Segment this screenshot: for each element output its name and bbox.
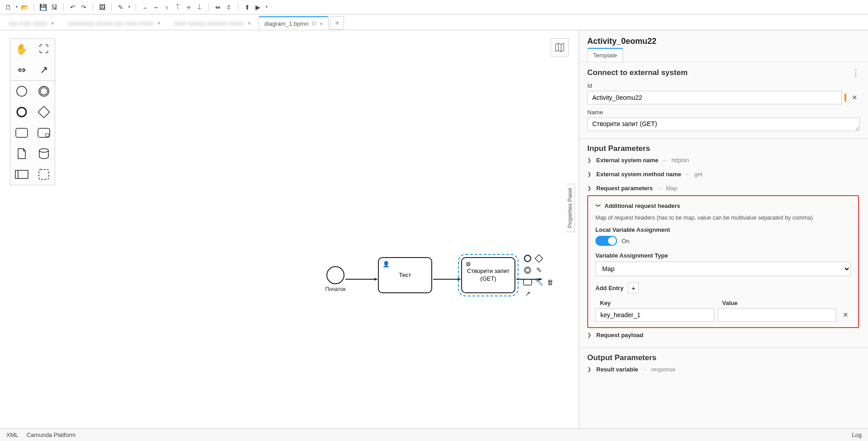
tab-inactive-2[interactable]: xxxxxxxxx xxxxxx xxx xxxx xxxxx× [62, 16, 167, 30]
save-icon[interactable]: 💾 [39, 3, 48, 12]
entry-value-input[interactable] [718, 308, 837, 322]
svg-point-17 [526, 268, 530, 272]
vat-select[interactable]: Map [595, 262, 851, 276]
properties-panel-toggle[interactable]: Properties Panel [566, 184, 575, 232]
redo-icon[interactable]: ↷ [79, 3, 88, 12]
col-key: Key [595, 300, 713, 306]
subprocess-icon[interactable] [33, 122, 55, 143]
lva-toggle[interactable] [595, 236, 617, 246]
minimap-toggle[interactable] [551, 38, 569, 56]
dist-v-icon[interactable]: ⇳ [224, 3, 233, 12]
lasso-tool-icon[interactable]: ⛶ [33, 39, 55, 60]
tab-inactive-1[interactable]: xxx xxxx xxxxx× [3, 16, 60, 30]
tab-inactive-3[interactable]: xxxx xxxxxx xxxxxxx xxxxx× [168, 16, 256, 30]
tab-template[interactable]: Template [587, 48, 623, 62]
headers-description: Map of request headers (has to be map, v… [595, 215, 851, 221]
vat-label: Variable Assignment Type [595, 252, 851, 259]
start-event-node[interactable]: Початок [326, 266, 344, 284]
save-all-icon[interactable]: 🖫 [50, 3, 59, 12]
param-request-parameters[interactable]: ❯ Request parameters ← Map [587, 181, 860, 195]
status-log[interactable]: Log [852, 432, 862, 438]
append-gateway-icon[interactable] [534, 253, 544, 263]
tab-active[interactable]: diagram_1.bpmn × [259, 16, 329, 30]
undo-icon[interactable]: ↶ [68, 3, 77, 12]
svg-rect-9 [15, 170, 28, 178]
param-external-method-name[interactable]: ❯ External system method name ← get [587, 167, 860, 181]
group-icon[interactable] [33, 164, 55, 185]
add-tab-button[interactable]: + [330, 16, 344, 30]
intermediate-event-icon[interactable] [33, 81, 55, 102]
task-node-request[interactable]: ⚙ Створити запит(GET) [461, 257, 515, 293]
gateway-icon[interactable] [33, 102, 55, 122]
end-event-icon[interactable] [10, 102, 33, 122]
task-node-test[interactable]: 👤 Тест [378, 257, 432, 293]
participant-icon[interactable] [10, 164, 33, 185]
align-right-icon[interactable]: ⫞ [162, 3, 171, 12]
hand-tool-icon[interactable]: ✋ [10, 39, 33, 60]
svg-rect-6 [38, 128, 50, 137]
svg-rect-4 [38, 106, 49, 117]
clear-id-button[interactable]: ✕ [849, 94, 860, 102]
connect-icon[interactable]: ↗ [523, 289, 533, 299]
add-entry-button[interactable]: + [628, 282, 639, 293]
close-icon[interactable]: × [51, 20, 54, 27]
add-entry-label: Add Entry [595, 285, 623, 291]
space-tool-icon[interactable]: ⇔ [10, 60, 33, 80]
content-area: ✋ ⛶ ⇔ ↗ Properties Panel Початок [0, 30, 868, 428]
chevron-right-icon: ❯ [587, 157, 593, 163]
arrow-left-icon: ← [662, 157, 668, 164]
param-additional-headers[interactable]: ❯ Additional request headers [595, 199, 851, 213]
open-icon[interactable]: 📂 [20, 3, 29, 12]
svg-point-3 [17, 108, 26, 117]
align-top-icon[interactable]: ⟙ [173, 3, 182, 12]
close-icon[interactable]: × [319, 20, 323, 27]
play-icon[interactable]: ▶ [254, 3, 263, 12]
svg-point-8 [39, 149, 48, 152]
section-connect: Connect to external system ⋮ Id ✕ Name С… [579, 62, 868, 138]
status-xml[interactable]: XML [6, 432, 19, 438]
close-icon[interactable]: × [157, 20, 161, 27]
status-platform[interactable]: Camunda Platform [27, 432, 75, 438]
upload-icon[interactable]: ⬆ [243, 3, 252, 12]
id-input[interactable] [587, 91, 842, 104]
svg-point-2 [40, 88, 47, 95]
align-center-icon[interactable]: ⫟ [151, 3, 160, 12]
remove-entry-button[interactable]: ✕ [840, 311, 851, 319]
sequence-flow-1[interactable] [345, 274, 378, 282]
param-external-system-name[interactable]: ❯ External system name ← httpbin [587, 153, 860, 167]
image-icon[interactable]: 🖼 [98, 3, 107, 12]
start-event-icon[interactable] [10, 81, 33, 102]
align-middle-icon[interactable]: ⟛ [184, 3, 193, 12]
annotation-icon[interactable]: ✎ [534, 265, 544, 275]
new-file-icon[interactable]: 🗋 [4, 3, 13, 12]
diagram-canvas[interactable]: ✋ ⛶ ⇔ ↗ Properties Panel Початок [0, 30, 579, 428]
append-end-event-icon[interactable] [523, 253, 533, 263]
param-request-payload[interactable]: ❯ Request payload [587, 328, 860, 342]
more-menu-icon[interactable]: ⋮ [852, 68, 860, 78]
dist-h-icon[interactable]: ⇹ [213, 3, 222, 12]
dirty-indicator-icon [312, 22, 316, 25]
svg-point-0 [17, 86, 27, 96]
main-toolbar: 🗋▼ 📂 💾 🖫 ↶ ↷ 🖼 ✎▼ ⫠ ⫟ ⫞ ⟙ ⟛ ⟘ ⇹ ⇳ ⬆ ▶▼ [0, 0, 868, 14]
chevron-right-icon: ❯ [587, 171, 593, 177]
svg-point-14 [524, 255, 531, 262]
connect-tool-icon[interactable]: ↗ [33, 60, 55, 80]
param-result-variable[interactable]: ❯ Result variable → response [587, 362, 860, 376]
sequence-flow-3[interactable] [516, 274, 542, 282]
entry-key-input[interactable] [595, 308, 714, 322]
append-intermediate-event-icon[interactable] [523, 265, 533, 275]
name-input[interactable]: Створити запит (GET) [587, 117, 860, 131]
task-icon[interactable] [10, 122, 33, 143]
data-store-icon[interactable] [33, 143, 55, 164]
data-object-icon[interactable] [10, 143, 33, 164]
align-left-icon[interactable]: ⫠ [141, 3, 150, 12]
section-input-params: Input Parameters ❯ External system name … [579, 138, 868, 347]
highlight-icon[interactable]: ✎ [116, 3, 125, 12]
element-palette: ✋ ⛶ ⇔ ↗ [10, 38, 55, 185]
name-label: Name [587, 109, 860, 116]
align-bottom-icon[interactable]: ⟘ [195, 3, 204, 12]
delete-icon[interactable]: 🗑 [545, 277, 555, 287]
sequence-flow-2[interactable] [433, 274, 461, 282]
close-icon[interactable]: × [247, 20, 251, 27]
chevron-right-icon: ❯ [587, 366, 593, 372]
